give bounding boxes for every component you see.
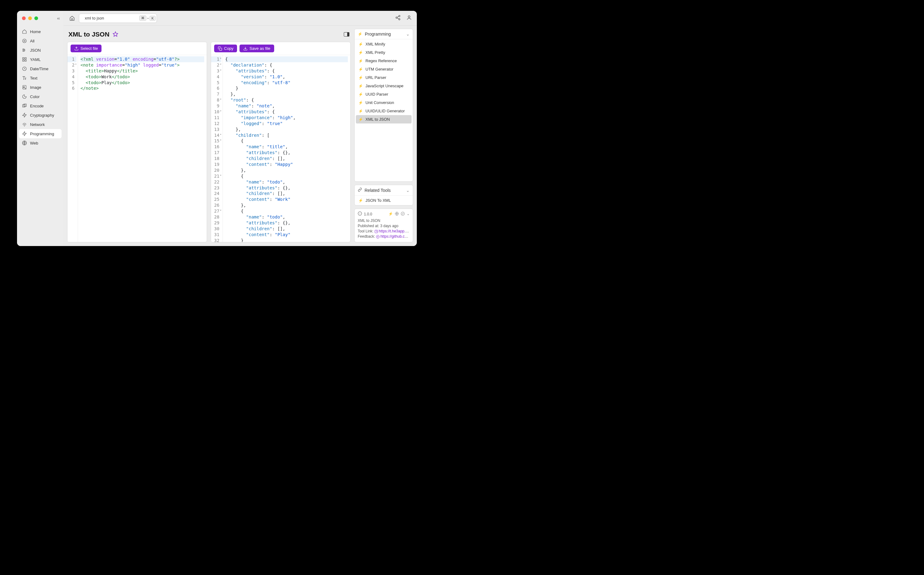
programming-item-uuid-ulid-generator[interactable]: ⚡UUID/ULID Generator bbox=[356, 107, 411, 115]
sidebar-icon bbox=[22, 140, 27, 145]
info-panel: 1.0.0 ⚡ ⌄ XML to JSON Published at: 3 da… bbox=[354, 208, 413, 242]
sidebar-icon bbox=[22, 57, 27, 62]
programming-item-javascript-unescape[interactable]: ⚡JavaScript Unescape bbox=[356, 82, 411, 90]
bolt-icon: ⚡ bbox=[358, 59, 363, 63]
bolt-icon: ⚡ bbox=[358, 42, 363, 46]
chevron-down-icon: ⌄ bbox=[406, 188, 410, 193]
close-window-button[interactable] bbox=[22, 16, 26, 20]
sidebar-item-web[interactable]: Web bbox=[17, 138, 64, 148]
svg-rect-34 bbox=[375, 230, 378, 233]
minimize-window-button[interactable] bbox=[28, 16, 32, 20]
chevron-down-icon: ⌄ bbox=[406, 32, 410, 37]
sidebar-item-label: All bbox=[30, 39, 34, 43]
related-panel-header[interactable]: Related Tools ⌄ bbox=[355, 185, 413, 195]
sidebar-item-image[interactable]: Image bbox=[17, 83, 64, 92]
svg-point-0 bbox=[24, 40, 25, 41]
programming-item-url-parser[interactable]: ⚡URL Parser bbox=[356, 73, 411, 82]
sidebar-item-programming[interactable]: Programming bbox=[19, 129, 62, 138]
search-input[interactable] bbox=[85, 16, 137, 21]
chevron-down-icon[interactable]: ⌄ bbox=[406, 212, 410, 217]
upload-icon bbox=[74, 46, 79, 51]
info-icon bbox=[358, 211, 362, 217]
left-sidebar: HomeAllJSONYAMLDate/TimeTextImageColorEn… bbox=[17, 11, 64, 246]
sidebar-item-label: Color bbox=[30, 94, 40, 99]
sidebar-item-all[interactable]: All bbox=[17, 36, 64, 46]
related-list: ⚡JSON To XML bbox=[355, 195, 413, 205]
home-button[interactable] bbox=[68, 14, 76, 22]
sidebar-item-label: Date/Time bbox=[30, 67, 48, 71]
svg-rect-5 bbox=[25, 57, 26, 59]
json-code-body[interactable]: { "declaration": { "attributes": { "vers… bbox=[223, 55, 350, 242]
programming-item-xml-to-json[interactable]: ⚡XML to JSON bbox=[356, 115, 411, 124]
svg-point-19 bbox=[398, 16, 400, 17]
svg-rect-6 bbox=[22, 60, 24, 61]
toggle-right-panel-button[interactable] bbox=[344, 32, 349, 37]
topbar-right bbox=[395, 15, 412, 21]
svg-point-14 bbox=[24, 125, 24, 126]
share-button[interactable] bbox=[395, 15, 401, 21]
account-button[interactable] bbox=[406, 15, 412, 21]
sidebar-icon bbox=[22, 131, 27, 136]
sidebar-item-json[interactable]: JSON bbox=[17, 46, 64, 55]
json-code-area[interactable]: 1234567891011121314151617181920212223242… bbox=[211, 55, 350, 242]
bolt-icon[interactable]: ⚡ bbox=[388, 212, 393, 217]
info-published: Published at: 3 days ago bbox=[358, 224, 410, 228]
page-title: XML to JSON bbox=[68, 31, 110, 38]
globe-icon[interactable] bbox=[395, 212, 399, 217]
programming-item-xml-minify[interactable]: ⚡XML Minify bbox=[356, 40, 411, 48]
related-tools-panel: Related Tools ⌄ ⚡JSON To XML bbox=[354, 185, 413, 205]
programming-item-label: UTM Generator bbox=[365, 67, 393, 71]
programming-item-label: UUID Parser bbox=[365, 92, 388, 97]
info-feedback: Feedback: https://github.com/… bbox=[358, 234, 410, 238]
search-box[interactable]: ⌘ + K bbox=[79, 14, 157, 23]
programming-item-regex-reference[interactable]: ⚡Regex Reference bbox=[356, 57, 411, 65]
sidebar-item-yaml[interactable]: YAML bbox=[17, 55, 64, 64]
related-item-json-to-xml[interactable]: ⚡JSON To XML bbox=[356, 196, 411, 205]
programming-item-xml-pretty[interactable]: ⚡XML Pretty bbox=[356, 48, 411, 57]
feedback-link[interactable]: https://github.com/… bbox=[376, 234, 410, 238]
svg-rect-4 bbox=[22, 57, 24, 59]
sidebar-item-cryptography[interactable]: Cryptography bbox=[17, 111, 64, 120]
programming-item-unit-conversion[interactable]: ⚡Unit Conversion bbox=[356, 98, 411, 107]
xml-code-area[interactable]: 123456 <?xml version="1.0" encoding="utf… bbox=[67, 55, 207, 242]
info-tool-name: XML to JSON bbox=[358, 219, 410, 223]
svg-line-22 bbox=[397, 16, 398, 17]
svg-marker-15 bbox=[22, 132, 26, 135]
sidebar-icon bbox=[22, 113, 27, 118]
tool-link[interactable]: https://t.he3app.co… bbox=[375, 229, 410, 233]
maximize-window-button[interactable] bbox=[34, 16, 38, 20]
sidebar-item-label: Programming bbox=[30, 132, 54, 136]
sidebar-item-color[interactable]: Color bbox=[17, 92, 64, 101]
select-file-button[interactable]: Select file bbox=[71, 44, 102, 52]
bolt-icon: ⚡ bbox=[358, 67, 363, 71]
svg-marker-13 bbox=[22, 113, 26, 117]
sidebar-item-label: Network bbox=[30, 122, 45, 127]
favorite-button[interactable] bbox=[113, 31, 118, 38]
sidebar-item-date-time[interactable]: Date/Time bbox=[17, 64, 64, 73]
save-as-file-button[interactable]: Save as file bbox=[240, 44, 274, 52]
sidebar-item-text[interactable]: Text bbox=[17, 73, 64, 83]
search-shortcut: ⌘ + K bbox=[139, 16, 156, 21]
programming-panel: ⚡ Programming ⌄ ⚡XML Minify⚡XML Pretty⚡R… bbox=[354, 29, 413, 182]
xml-gutter: 123456 bbox=[67, 55, 78, 242]
programming-item-uuid-parser[interactable]: ⚡UUID Parser bbox=[356, 90, 411, 98]
copy-button[interactable]: Copy bbox=[214, 44, 237, 52]
check-icon[interactable] bbox=[401, 212, 405, 217]
xml-code-body[interactable]: <?xml version="1.0" encoding="utf-8"?><n… bbox=[78, 55, 207, 242]
programming-panel-header[interactable]: ⚡ Programming ⌄ bbox=[355, 29, 413, 39]
sidebar-item-home[interactable]: Home bbox=[17, 27, 64, 36]
collapse-sidebar-button[interactable] bbox=[56, 16, 61, 22]
json-editor-pane: Copy Save as file 1234567891011121314151… bbox=[211, 42, 351, 242]
sidebar-icon bbox=[22, 76, 27, 81]
editors: Select file 123456 <?xml version="1.0" e… bbox=[67, 42, 351, 242]
sidebar-item-network[interactable]: Network bbox=[17, 120, 64, 129]
title-row: XML to JSON bbox=[67, 29, 351, 42]
svg-point-33 bbox=[401, 212, 405, 215]
sidebar-icon bbox=[22, 66, 27, 71]
info-top: 1.0.0 ⚡ ⌄ bbox=[358, 211, 410, 217]
content-wrap: XML to JSON Select file bbox=[64, 26, 417, 246]
sidebar-item-label: YAML bbox=[30, 57, 41, 62]
programming-item-utm-generator[interactable]: ⚡UTM Generator bbox=[356, 65, 411, 73]
sidebar-item-encode[interactable]: Encode bbox=[17, 101, 64, 111]
bolt-icon: ⚡ bbox=[358, 76, 363, 80]
